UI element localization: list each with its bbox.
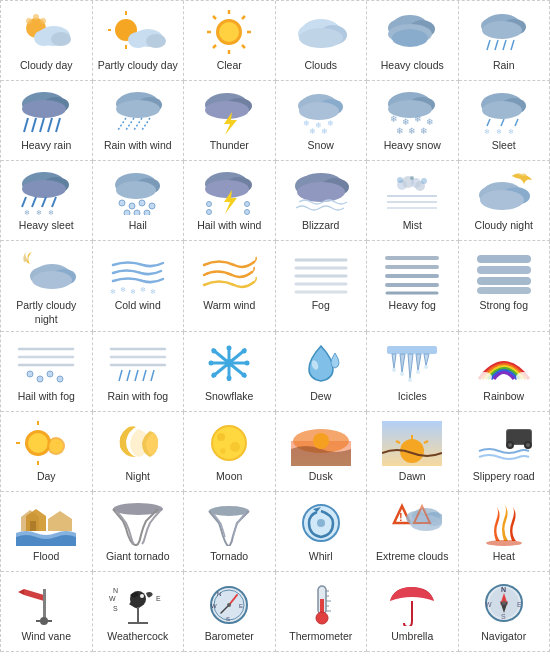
label-moon: Moon	[216, 470, 242, 484]
svg-text:S: S	[501, 613, 506, 620]
icon-heavy-sleet: ❄ ❄ ❄	[10, 167, 82, 217]
svg-rect-163	[477, 277, 531, 285]
label-clouds: Clouds	[304, 59, 337, 73]
svg-text:❄: ❄	[309, 127, 316, 135]
label-hail-with-wind: Hail with wind	[197, 219, 261, 233]
svg-line-37	[487, 40, 490, 50]
cell-snow: ❄ ❄ ❄ ❄ ❄ Snow	[276, 81, 368, 161]
svg-point-186	[227, 375, 232, 380]
svg-line-23	[213, 45, 216, 48]
cell-heavy-fog: Heavy fog	[367, 241, 459, 332]
svg-point-274	[316, 612, 328, 624]
icon-rain-with-wind	[102, 87, 174, 137]
svg-text:❄: ❄	[420, 126, 428, 135]
cell-umbrella: Umbrella	[367, 572, 459, 652]
svg-point-184	[225, 359, 233, 367]
svg-point-249	[486, 540, 522, 546]
svg-point-32	[392, 29, 428, 47]
svg-line-39	[503, 40, 506, 50]
svg-point-113	[134, 210, 140, 215]
svg-line-21	[242, 45, 245, 48]
cell-strong-fog: Strong fog	[459, 241, 551, 332]
label-strong-fog: Strong fog	[480, 299, 528, 313]
svg-point-110	[139, 200, 145, 206]
label-heavy-snow: Heavy snow	[384, 139, 441, 153]
cell-fog: Fog	[276, 241, 368, 332]
svg-line-20	[213, 16, 216, 19]
icon-warm-wind	[193, 247, 265, 297]
icon-partly-cloudy-day	[102, 7, 174, 57]
svg-point-109	[129, 203, 135, 209]
svg-point-12	[128, 32, 148, 48]
svg-line-178	[143, 370, 146, 381]
svg-line-179	[151, 370, 154, 381]
label-thunder: Thunder	[210, 139, 249, 153]
svg-line-40	[511, 40, 514, 50]
svg-point-222	[313, 433, 329, 449]
svg-line-99	[42, 197, 46, 207]
svg-point-44	[22, 100, 66, 118]
svg-point-86	[482, 101, 522, 119]
svg-point-13	[146, 34, 166, 48]
svg-rect-161	[477, 255, 531, 263]
label-weathercock: Weathercock	[107, 630, 168, 644]
svg-text:❄: ❄	[484, 128, 490, 135]
label-navigator: Navigator	[481, 630, 526, 644]
label-rainbow: Rainbow	[483, 390, 524, 404]
cell-cloudy-night: Cloudy night	[459, 161, 551, 241]
svg-text:W: W	[211, 603, 217, 609]
svg-point-66	[299, 102, 339, 120]
svg-marker-250	[24, 589, 44, 601]
svg-text:S: S	[226, 616, 230, 622]
svg-point-36	[482, 21, 522, 39]
svg-text:W: W	[109, 595, 116, 602]
svg-point-185	[227, 345, 232, 350]
svg-point-1	[26, 18, 32, 24]
cell-day: Day	[1, 412, 93, 492]
svg-point-239	[209, 506, 249, 516]
cell-partly-cloudy-day: Partly cloudy day	[93, 1, 185, 81]
label-hail: Hail	[129, 219, 147, 233]
svg-text:❄: ❄	[414, 114, 422, 124]
svg-text:❄: ❄	[396, 126, 404, 135]
svg-point-256	[140, 594, 144, 598]
svg-rect-162	[477, 266, 531, 274]
cell-dew: Dew	[276, 332, 368, 412]
label-mist: Mist	[403, 219, 422, 233]
svg-point-112	[124, 210, 130, 215]
icon-night	[102, 418, 174, 468]
label-icicles: Icicles	[398, 390, 427, 404]
icon-fog	[285, 247, 357, 297]
label-slippery-road: Slippery road	[473, 470, 535, 484]
cell-heat: Heat	[459, 492, 551, 572]
svg-text:E: E	[517, 601, 522, 608]
icon-dawn	[376, 418, 448, 468]
cell-clouds: Clouds	[276, 1, 368, 81]
svg-point-136	[410, 176, 414, 180]
svg-line-176	[127, 370, 130, 381]
label-cloudy-day: Cloudy day	[20, 59, 73, 73]
svg-line-56	[134, 118, 142, 130]
svg-point-238	[113, 503, 163, 515]
svg-point-201	[400, 372, 404, 376]
label-heavy-rain: Heavy rain	[21, 139, 71, 153]
svg-text:❄: ❄	[140, 286, 146, 293]
svg-text:❄: ❄	[321, 127, 328, 135]
icon-rain	[468, 7, 540, 57]
label-rain-with-wind: Rain with wind	[104, 139, 172, 153]
svg-point-15	[219, 22, 239, 42]
icon-thermometer	[285, 578, 357, 628]
icon-heavy-rain	[10, 87, 82, 137]
icon-heavy-clouds	[376, 7, 448, 57]
cell-cold-wind: ❄ ❄ ❄ ❄ ❄ Cold wind	[93, 241, 185, 332]
weather-icons-grid: Cloudy day Partly cloudy day	[0, 0, 550, 652]
cell-thunder: Thunder	[184, 81, 276, 161]
svg-line-89	[515, 119, 518, 126]
label-cloudy-night: Cloudy night	[475, 219, 533, 233]
svg-line-38	[495, 40, 498, 50]
cell-rain: Rain	[459, 1, 551, 81]
svg-line-98	[32, 197, 36, 207]
cell-partly-cloudy-night: Partly cloudy night	[1, 241, 93, 332]
cell-hail-with-wind: Hail with wind	[184, 161, 276, 241]
icon-cold-wind: ❄ ❄ ❄ ❄ ❄	[102, 247, 174, 297]
